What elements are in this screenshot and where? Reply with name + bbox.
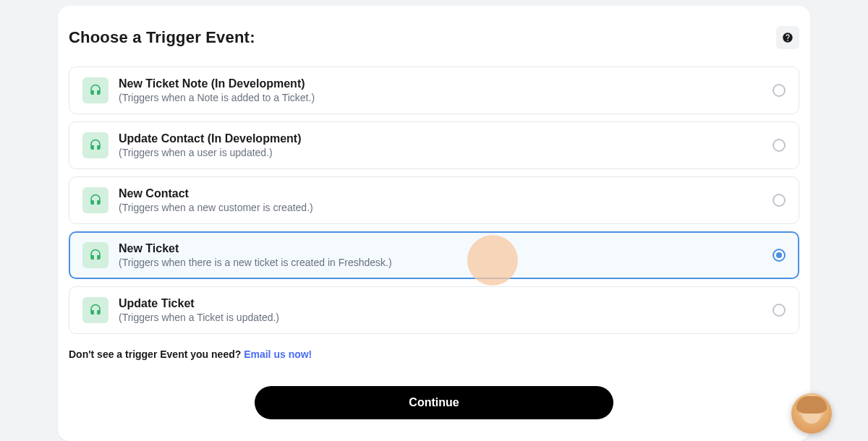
freshdesk-icon [82,132,109,158]
option-title: Update Contact (In Development) [119,132,762,145]
trigger-option-update-ticket[interactable]: Update Ticket (Triggers when a Ticket is… [69,286,799,334]
radio-button[interactable] [773,249,786,262]
radio-button[interactable] [773,84,786,97]
option-desc: (Triggers when there is a new ticket is … [119,257,762,268]
option-desc: (Triggers when a Note is added to a Tick… [119,92,762,103]
freshdesk-icon [82,242,109,268]
option-desc: (Triggers when a user is updated.) [119,147,762,158]
email-us-link[interactable]: Email us now! [244,348,312,360]
option-desc: (Triggers when a Ticket is updated.) [119,312,762,323]
freshdesk-icon [82,297,109,323]
assistant-avatar[interactable] [791,393,832,434]
option-title: New Ticket [119,242,762,255]
trigger-option-update-contact[interactable]: Update Contact (In Development) (Trigger… [69,121,799,169]
continue-button[interactable]: Continue [255,386,613,419]
trigger-option-new-contact[interactable]: New Contact (Triggers when a new custome… [69,176,799,224]
radio-button[interactable] [773,194,786,207]
trigger-option-list: New Ticket Note (In Development) (Trigge… [69,67,799,334]
help-button[interactable] [776,26,799,49]
option-title: Update Ticket [119,297,762,310]
trigger-option-new-ticket-note[interactable]: New Ticket Note (In Development) (Trigge… [69,67,799,114]
page-title: Choose a Trigger Event: [69,28,255,47]
radio-button[interactable] [773,304,786,317]
option-desc: (Triggers when a new customer is created… [119,202,762,213]
option-title: New Contact [119,187,762,200]
footer-prompt-text: Don't see a trigger Event you need? [69,348,244,360]
help-icon [782,32,793,43]
radio-button[interactable] [773,139,786,152]
freshdesk-icon [82,187,109,213]
option-title: New Ticket Note (In Development) [119,77,762,90]
freshdesk-icon [82,77,109,103]
footer-prompt: Don't see a trigger Event you need? Emai… [69,348,799,360]
trigger-option-new-ticket[interactable]: New Ticket (Triggers when there is a new… [69,231,799,279]
